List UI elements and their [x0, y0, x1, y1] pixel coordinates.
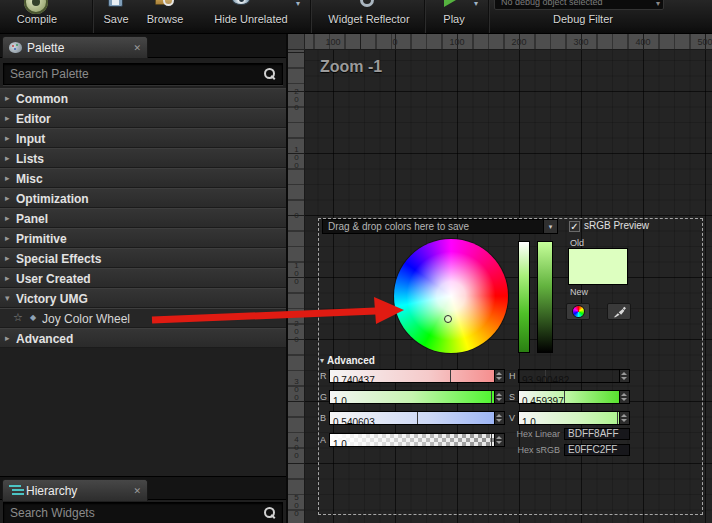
widget-reflector-button[interactable]: Widget Reflector [316, 0, 422, 34]
value-bar[interactable] [537, 241, 553, 353]
sidebar-item-user-created[interactable]: ▸ User Created [0, 268, 286, 288]
caret-right-icon[interactable]: ▸ [5, 333, 10, 343]
hide-unrelated-button[interactable]: ▾ Hide Unrelated [196, 0, 306, 34]
toolbar-separator [92, 0, 94, 34]
eye-icon [232, 0, 250, 5]
caret-right-icon[interactable]: ▸ [5, 173, 10, 183]
play-icon [444, 0, 456, 7]
advanced-expander[interactable]: ▾ Advanced [320, 355, 375, 366]
value-slider[interactable]: V 1.0 [509, 411, 630, 425]
palette-tabstrip: Palette ✕ [0, 34, 286, 58]
caret-right-icon[interactable]: ▸ [5, 93, 10, 103]
saturation-bar[interactable] [518, 241, 530, 353]
srgb-preview-checkbox[interactable]: ✓ [569, 221, 580, 232]
toolbar-separator [424, 0, 426, 34]
caret-right-icon[interactable]: ▸ [5, 113, 10, 123]
themes-button[interactable] [566, 303, 590, 320]
debug-object-dropdown[interactable]: No debug object selected ▾ [494, 0, 664, 10]
caret-right-icon[interactable]: ▸ [5, 153, 10, 163]
toolbar-separator [310, 0, 312, 34]
hue-slider[interactable]: H 93.900482 [509, 369, 630, 383]
hierarchy-icon [9, 485, 21, 496]
panel-divider[interactable] [286, 34, 288, 523]
spinner-arrows[interactable] [495, 411, 505, 425]
search-icon [264, 68, 276, 80]
spinner-arrows[interactable] [620, 369, 630, 383]
ruler-horizontal: 100 0 100 200 300 400 500 [305, 34, 712, 50]
reflector-icon [360, 0, 374, 7]
spinner-arrows[interactable] [620, 390, 630, 404]
dropdown-caret-icon: ▾ [656, 0, 660, 10]
new-color-label: New [570, 287, 588, 297]
save-button[interactable]: Save [96, 0, 136, 34]
caret-right-icon[interactable]: ▸ [5, 253, 10, 263]
eyedropper-icon [613, 305, 626, 318]
sidebar-item-panel[interactable]: ▸ Panel [0, 208, 286, 228]
caret-right-icon[interactable]: ▸ [5, 193, 10, 203]
sidebar-item-victory-umg[interactable]: ▾ Victory UMG [0, 288, 286, 308]
toolbar: Compile Save Browse ▾ Hide Unrelated Wid… [0, 0, 712, 34]
debug-filter-label: Debug Filter [494, 13, 672, 25]
sidebar-item-optimization[interactable]: ▸ Optimization [0, 188, 286, 208]
check-icon: ✓ [570, 221, 578, 232]
caret-right-icon[interactable]: ▸ [5, 213, 10, 223]
designer-canvas: 100 0 100 200 300 400 500 200 100 0 100 … [288, 34, 712, 523]
spinner-arrows[interactable] [495, 369, 505, 383]
caret-down-icon: ▾ [320, 356, 324, 365]
red-slider[interactable]: R 0.740437 [320, 369, 505, 383]
compile-icon [24, 0, 48, 14]
umg-designer-window: Compile Save Browse ▾ Hide Unrelated Wid… [0, 0, 712, 523]
palette-search-placeholder: Search Palette [10, 67, 264, 81]
sidebar-item-primitive[interactable]: ▸ Primitive [0, 228, 286, 248]
browse-button[interactable]: Browse [138, 0, 192, 34]
color-wheel[interactable] [394, 239, 508, 353]
saturation-slider[interactable]: S 0.459397 [509, 390, 630, 404]
search-icon [264, 507, 276, 519]
caret-down-icon[interactable]: ▾ [5, 293, 10, 303]
play-button[interactable]: ▾ Play [428, 0, 480, 34]
ruler-corner [288, 34, 305, 50]
zoom-label: Zoom -1 [320, 58, 382, 76]
toolbar-separator [488, 0, 490, 34]
sidebar-item-lists[interactable]: ▸ Lists [0, 148, 286, 168]
srgb-preview-label: sRGB Preview [584, 220, 649, 231]
hex-srgb-input[interactable]: E0FFC2FF [564, 444, 630, 456]
sidebar-item-input[interactable]: ▸ Input [0, 128, 286, 148]
color-wheel-selector[interactable] [444, 315, 452, 323]
palette-icon [9, 42, 22, 53]
browse-icon [155, 0, 173, 5]
tab-hierarchy[interactable]: Hierarchy ✕ [2, 479, 148, 501]
color-swatch [568, 248, 628, 285]
tab-palette[interactable]: Palette ✕ [2, 36, 148, 58]
compile-button[interactable]: Compile [2, 0, 72, 34]
sidebar-item-special-effects[interactable]: ▸ Special Effects [0, 248, 286, 268]
blue-slider[interactable]: B 0.540603 [320, 411, 505, 425]
hierarchy-search-placeholder: Search Widgets [10, 506, 264, 520]
palette-search-input[interactable]: Search Palette [3, 63, 283, 85]
hex-linear-input[interactable]: BDFF8AFF [564, 428, 630, 440]
dropdown-caret-icon[interactable]: ▾ [296, 0, 300, 8]
green-slider[interactable]: G 1.0 [320, 390, 505, 404]
close-icon[interactable]: ✕ [133, 43, 141, 53]
caret-right-icon[interactable]: ▸ [5, 233, 10, 243]
save-icon [108, 0, 123, 7]
caret-right-icon[interactable]: ▸ [5, 133, 10, 143]
eyedropper-button[interactable] [607, 303, 631, 320]
close-icon[interactable]: ✕ [133, 486, 141, 496]
hex-srgb-row: Hex sRGB E0FFC2FF [468, 444, 630, 456]
dropdown-caret-icon[interactable]: ▾ [543, 220, 557, 233]
sidebar-item-misc[interactable]: ▸ Misc [0, 168, 286, 188]
palette-item-joy-color-wheel[interactable]: ☆ ◆ Joy Color Wheel [0, 308, 286, 328]
spinner-arrows[interactable] [620, 411, 630, 425]
hierarchy-search-input[interactable]: Search Widgets [3, 502, 283, 523]
sidebar-item-editor[interactable]: ▸ Editor [0, 108, 286, 128]
sidebar-item-advanced[interactable]: ▸ Advanced [0, 328, 286, 348]
spinner-arrows[interactable] [495, 390, 505, 404]
hex-linear-row: Hex Linear BDFF8AFF [468, 428, 630, 440]
sidebar-item-common[interactable]: ▸ Common [0, 88, 286, 108]
caret-right-icon[interactable]: ▸ [5, 273, 10, 283]
dropdown-caret-icon[interactable]: ▾ [474, 0, 478, 8]
color-theme-dropdown[interactable]: Drag & drop colors here to save ▾ [322, 219, 558, 234]
selection-outline [318, 218, 703, 515]
favorite-star-icon[interactable]: ☆ [13, 311, 23, 324]
